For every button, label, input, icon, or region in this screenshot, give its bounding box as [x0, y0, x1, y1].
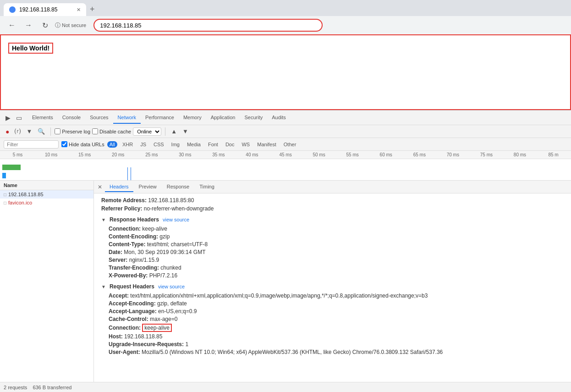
- detail-tab-timing[interactable]: Timing: [195, 182, 219, 192]
- new-tab-button[interactable]: +: [86, 3, 99, 16]
- timeline-bars: [0, 159, 571, 181]
- req-header-user-agent: User-Agent: Mozilla/5.0 (Windows NT 10.0…: [109, 349, 564, 355]
- filter-ws-button[interactable]: WS: [239, 141, 252, 148]
- filter-other-button[interactable]: Other: [281, 141, 299, 148]
- timeline-ruler: 5 ms 10 ms 15 ms 20 ms 25 ms 30 ms 35 ms…: [0, 151, 571, 159]
- response-view-source-link[interactable]: view source: [163, 217, 189, 222]
- filter-all-button[interactable]: All: [107, 141, 117, 148]
- tab-elements[interactable]: Elements: [27, 112, 58, 124]
- filter-bar: Hide data URLs All XHR JS CSS Img Media …: [0, 138, 571, 151]
- resp-header-content-type: Content-Type: text/html; charset=UTF-8: [109, 241, 564, 248]
- remote-address-row: Remote Address: 192.168.118.85:80: [101, 197, 564, 204]
- filter-img-button[interactable]: Img: [169, 141, 182, 148]
- referrer-policy-row: Referrer Policy: no-referrer-when-downgr…: [101, 205, 564, 212]
- file-list: □ 192.168.118.85 □ favicon.ico: [0, 190, 93, 382]
- tab-memory[interactable]: Memory: [179, 112, 206, 124]
- tab-performance[interactable]: Performance: [141, 112, 179, 124]
- request-view-source-link[interactable]: view source: [158, 284, 185, 289]
- request-section-title: Request Headers: [110, 283, 154, 290]
- resp-header-server: Server: nginx/1.15.9: [109, 257, 564, 263]
- devtools-tab-bar: ▶ ▭ Elements Console Sources Network Per…: [0, 110, 571, 125]
- resp-header-transfer-encoding: Transfer-Encoding: chunked: [109, 265, 564, 271]
- main-area: Name □ 192.168.118.85 □ favicon.ico ✕ He…: [0, 181, 571, 382]
- file-name-index: 192.168.118.85: [8, 192, 43, 197]
- detail-close-button[interactable]: ✕: [98, 184, 102, 190]
- detail-tabs: ✕ Headers Preview Response Timing: [94, 181, 571, 193]
- detail-tab-headers[interactable]: Headers: [105, 182, 133, 192]
- network-throttle-select[interactable]: Online: [133, 127, 161, 136]
- hide-data-urls-label: Hide data URLs: [61, 141, 104, 147]
- tab-network[interactable]: Network: [113, 112, 141, 124]
- devtools-panel: ▶ ▭ Elements Console Sources Network Per…: [0, 110, 571, 392]
- filter-doc-button[interactable]: Doc: [223, 141, 237, 148]
- remote-address-label: Remote Address:: [101, 197, 147, 204]
- file-item-favicon[interactable]: □ favicon.ico: [0, 199, 93, 207]
- resp-header-x-powered-by: X-Powered-By: PHP/7.2.16: [109, 272, 564, 279]
- filter-input[interactable]: [4, 140, 59, 149]
- timeline[interactable]: 5 ms 10 ms 15 ms 20 ms 25 ms 30 ms 35 ms…: [0, 151, 571, 181]
- timeline-marker-line: [127, 167, 128, 181]
- cursor-icon[interactable]: ▶: [4, 113, 12, 122]
- detail-tab-preview[interactable]: Preview: [134, 182, 161, 192]
- request-arrow-icon: ▼: [101, 284, 106, 289]
- tab-console[interactable]: Console: [58, 112, 85, 124]
- file-item-index[interactable]: □ 192.168.118.85: [0, 190, 93, 199]
- filter-xhr-button[interactable]: XHR: [120, 141, 135, 148]
- devtools-toolbar: ● ⒭ ▼ 🔍 Preserve log Disable cache Onlin…: [0, 125, 571, 138]
- filter-button[interactable]: ▼: [24, 127, 34, 136]
- address-bar-wrap: [93, 19, 323, 32]
- request-bar-2: [2, 173, 6, 178]
- tab-application[interactable]: Application: [206, 112, 240, 124]
- transferred-size: 636 B transferred: [33, 385, 71, 390]
- referrer-policy-value: no-referrer-when-downgrade: [144, 205, 214, 212]
- file-panel: Name □ 192.168.118.85 □ favicon.ico: [0, 181, 94, 382]
- hello-world-text: Hello World!: [8, 43, 53, 54]
- forward-button[interactable]: →: [22, 19, 35, 32]
- export-button[interactable]: ▼: [181, 127, 190, 136]
- filter-font-button[interactable]: Font: [206, 141, 220, 148]
- req-header-upgrade-insecure: Upgrade-Insecure-Requests: 1: [109, 341, 564, 348]
- request-headers-section[interactable]: ▼ Request Headers view source: [101, 283, 564, 290]
- status-bar: 2 requests 636 B transferred: [0, 382, 571, 392]
- info-icon: ⓘ: [55, 22, 60, 29]
- clear-button[interactable]: ⒭: [13, 127, 22, 137]
- back-button[interactable]: ←: [5, 19, 18, 32]
- tab-audits[interactable]: Audits: [267, 112, 291, 124]
- filter-css-button[interactable]: CSS: [151, 141, 166, 148]
- address-bar[interactable]: [93, 19, 323, 32]
- request-header-entries: Accept: text/html,application/xhtml+xml,…: [109, 293, 564, 355]
- toolbar-separator: [50, 127, 51, 136]
- filter-media-button[interactable]: Media: [185, 141, 203, 148]
- tab-security[interactable]: Security: [240, 112, 267, 124]
- import-button[interactable]: ▲: [169, 127, 179, 136]
- page-content: Hello World!: [0, 34, 571, 110]
- search-button[interactable]: 🔍: [36, 127, 47, 136]
- record-button[interactable]: ●: [4, 127, 11, 136]
- file-document-icon-2: □: [4, 200, 6, 205]
- nav-bar: ← → ↻ ⓘ Not secure: [0, 16, 571, 34]
- req-header-connection: Connection: keep-alive: [109, 324, 564, 332]
- filter-manifest-button[interactable]: Manifest: [255, 141, 279, 148]
- filter-js-button[interactable]: JS: [138, 141, 148, 148]
- response-headers-section[interactable]: ▼ Response Headers view source: [101, 216, 564, 223]
- requests-count: 2 requests: [4, 385, 27, 390]
- tab-sources[interactable]: Sources: [85, 112, 113, 124]
- detail-content: Remote Address: 192.168.118.85:80 Referr…: [94, 193, 571, 382]
- devtools-icon-group: ▶ ▭: [4, 113, 24, 122]
- req-header-accept-encoding: Accept-Encoding: gzip, deflate: [109, 300, 564, 307]
- hide-data-urls-checkbox[interactable]: [61, 141, 67, 147]
- referrer-policy-label: Referrer Policy:: [101, 205, 142, 212]
- file-document-icon: □: [4, 192, 6, 197]
- req-header-cache-control: Cache-Control: max-age=0: [109, 316, 564, 322]
- browser-tab[interactable]: 192.168.118.85 ✕: [4, 3, 86, 16]
- device-icon[interactable]: ▭: [14, 113, 24, 122]
- preserve-log-checkbox[interactable]: [55, 128, 60, 134]
- detail-tab-response[interactable]: Response: [162, 182, 194, 192]
- tab-bar: 192.168.118.85 ✕ +: [0, 0, 571, 16]
- response-section-title: Response Headers: [110, 216, 159, 223]
- resp-header-date: Date: Mon, 30 Sep 2019 09:36:14 GMT: [109, 249, 564, 255]
- reload-button[interactable]: ↻: [38, 19, 51, 32]
- tab-close-button[interactable]: ✕: [77, 7, 81, 13]
- tab-title: 192.168.118.85: [19, 6, 57, 13]
- disable-cache-checkbox[interactable]: [92, 128, 98, 134]
